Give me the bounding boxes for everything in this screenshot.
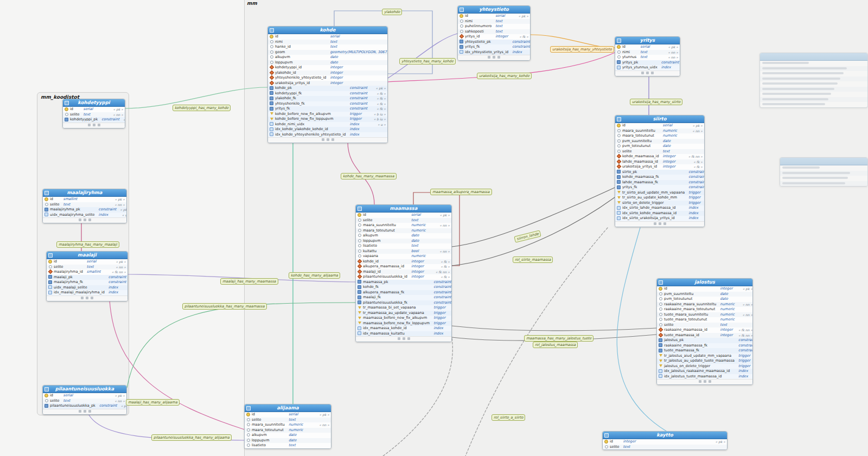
- relationship-label-maalaji_has_many_alijaama[interactable]: maalaji_has_many_alijaama: [126, 399, 180, 406]
- relationship-label-yhteystieto_has_many_kohde[interactable]: yhteystieto_has_many_kohde: [399, 58, 456, 65]
- relationship-label-ylakohde[interactable]: ylakohde: [382, 9, 402, 15]
- relationship-label-maamassa_alkupera_maamassa[interactable]: maamassa_alkupera_maamassa: [430, 189, 492, 195]
- relationship-label-siirron_lahde[interactable]: siirron_lahde: [514, 230, 541, 243]
- relationship-label-maalaji_has_many_maamassa[interactable]: maalaji_has_many_maamassa: [220, 278, 278, 285]
- relationship-label-kohde_has_many_alijaama[interactable]: kohde_has_many_alijaama: [289, 272, 340, 279]
- relationship-label-pilaantuneisuusluokka_has_many_alijaama[interactable]: pilaantuneisuusluokka_has_many_alijaama: [151, 434, 232, 441]
- relationship-label-rel_siirto_a_siirto[interactable]: rel_siirto_a_siirto: [492, 414, 525, 421]
- relationship-label-maalajiryhma_has_many_maalaji[interactable]: maalajiryhma_has_many_maalaji: [56, 241, 119, 248]
- relationship-labels-layer: ylakohdeyhteystieto_has_many_kohdeurakoi…: [0, 0, 868, 456]
- relationship-label-kohde_has_many_maamassa[interactable]: kohde_has_many_maamassa: [341, 173, 397, 179]
- relationship-label-kohdetyyppi_has_many_kohde[interactable]: kohdetyyppi_has_many_kohde: [173, 105, 231, 111]
- relationship-label-urakoitsija_has_many_kohde[interactable]: urakoitsija_has_many_kohde: [477, 73, 532, 79]
- relationship-label-rel_jalostus_maamassa[interactable]: rel_jalostus_maamassa: [533, 342, 578, 348]
- relationship-label-rel_siirto_maamassa[interactable]: rel_siirto_maamassa: [513, 256, 553, 263]
- relationship-label-urakoitsija_has_many_siirto[interactable]: urakoitsija_has_many_siirto: [630, 99, 682, 105]
- relationship-label-pilaantuneisuusluokka_has_many_maamassa[interactable]: pilaantuneisuusluokka_has_many_maamassa: [182, 303, 267, 310]
- relationship-label-urakoitsija_has_many_yhteystieto[interactable]: urakoitsija_has_many_yhteystieto: [550, 46, 614, 53]
- diagram-canvas: kohdeidserial« pk »nimitext« nn »hanke_i…: [0, 0, 868, 456]
- relationship-label-maamassa_has_many_jalostus_tuote[interactable]: maamassa_has_many_jalostus_tuote: [524, 335, 593, 342]
